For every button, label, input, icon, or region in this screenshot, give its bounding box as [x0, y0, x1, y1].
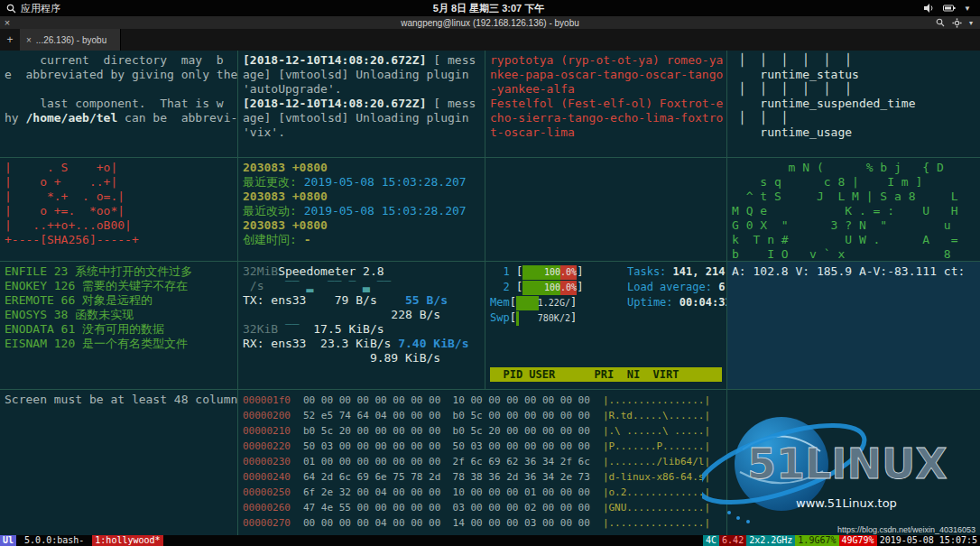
cpu2-meter: 100.0% — [522, 281, 577, 295]
phonetic-text: rypototya (ryp-ot-ot-ya) romeo-ya nkee-p… — [490, 53, 722, 140]
htop-column-header: PID USER PRI NI VIRT — [490, 367, 722, 382]
pane-runtime-tree[interactable]: │ │ │ │ │ │ runtime_status │ │ │ │ │ │ r… — [727, 51, 980, 158]
htop-cpu1-row: 1 [100.0%]Tasks: 141, 214 t — [490, 264, 722, 280]
blog-url: https://blog.csdn.net/weixin_40316053 — [837, 525, 975, 534]
stat-line: 创建时间: - — [243, 233, 480, 247]
randomart-text: | . S +o| | o + ..+| | *.+ . o=.| | o +=… — [5, 161, 233, 247]
pane-hexdump[interactable]: 000001f0 00000200 00000210 00000220 0000… — [238, 390, 727, 535]
hexdump-ascii: |................| |R.td.....\......| |.… — [603, 393, 710, 531]
pane-phonetic[interactable]: rypototya (ryp-ot-ot-ya) romeo-ya nkee-p… — [485, 51, 727, 158]
terminal-text: hy /home/aeb/tel can be abbrevi- — [5, 111, 233, 125]
speed-line: 228 B/s — [243, 308, 480, 322]
pane-man-page[interactable]: current directory may b e abbreviated by… — [0, 51, 238, 158]
htop-cpu2-row: 2 [100.0%]Load average: 6.4 — [490, 280, 722, 295]
byobu-logo-badge: Ul — [0, 535, 16, 546]
pane-ssh-randomart[interactable]: | . S +o| | o + ..+| | *.+ . o=.| | o +=… — [0, 158, 238, 262]
terminal-text: current directory may b — [5, 53, 233, 68]
cpu-freq-badge: 2x2.2GHz — [746, 535, 795, 546]
volume-icon[interactable] — [924, 4, 935, 13]
htop-swp-row: Swp[780K/2] — [490, 310, 722, 326]
hexdump: 000001f0 00000200 00000210 00000220 0000… — [243, 393, 722, 531]
battery-icon[interactable] — [943, 5, 956, 12]
tab-byobu[interactable]: × ...26.136) - byobu — [20, 29, 121, 51]
log-line: [2018-12-10T14:08:20.672Z] [ mess — [243, 53, 480, 68]
byobu-status-bar: Ul 5.0.0:bash- 1:hollywood* 4C 6.42 2x2.… — [0, 535, 980, 546]
speed-line: TX: ens33 79 B/s 55 B/s — [243, 293, 480, 308]
pane-empty[interactable] — [485, 158, 727, 262]
hexdump-bytes: 00 00 00 00 00 00 00 00 10 00 00 00 00 0… — [303, 393, 590, 531]
clock[interactable]: 5月 8日 星期三 3:07 下午 — [433, 2, 544, 15]
htop-mem-row: Mem[1.22G/]Uptime: 00:04:31 — [490, 295, 722, 310]
mem-meter: 1.22G/ — [516, 296, 570, 310]
status-clock: 2019-05-08 15:07:5 — [877, 535, 980, 546]
terminal-screen[interactable]: current directory may b e abbreviated by… — [0, 51, 980, 535]
log-line: age] [vmtoolsd] Unloading plugin — [243, 68, 480, 82]
pane-errno-list[interactable]: ENFILE 23 系统中打开的文件过多 ENOKEY 126 需要的关键字不存… — [0, 262, 238, 390]
speed-line: 32MiBSpeedometer 2.8 — [243, 264, 480, 279]
search-icon[interactable] — [6, 4, 16, 14]
menu-chevron-icon[interactable]: ▾ — [969, 19, 973, 27]
stat-line: 203083 +0800 — [243, 218, 480, 233]
window-title-bar: × wangpeng@linux (192.168.126.136) - byo… — [0, 16, 980, 29]
speed-line: 9.89 KiB/s — [243, 351, 480, 366]
current-window-label[interactable]: 1:hollywood* — [92, 535, 162, 546]
hexdump-addresses: 000001f0 00000200 00000210 00000220 0000… — [243, 393, 291, 531]
pane-screen-message[interactable]: Screen must be at least 48 column — [0, 390, 238, 535]
pane-htop[interactable]: 1 [100.0%]Tasks: 141, 214 t 2 [100.0%]Lo… — [485, 262, 727, 390]
cpu1-meter: 100.0% — [522, 265, 577, 280]
errno-text: ENFILE 23 系统中打开的文件过多 ENOKEY 126 需要的关键字不存… — [5, 264, 233, 351]
disk-badge: 49G79% — [839, 535, 877, 546]
log-line: [2018-12-10T14:08:20.672Z] [ mess — [243, 97, 480, 111]
gear-icon[interactable] — [952, 18, 962, 28]
speed-line: /s ‾‾ ▂ ‾‾ ‾ ▃ ‾‾ — [243, 279, 480, 293]
screen-message-text: Screen must be at least 48 column — [5, 393, 233, 407]
terminal-search-icon[interactable] — [936, 18, 945, 27]
log-line: 'vix'. — [243, 125, 480, 140]
pane-stat-output[interactable]: 203083 +0800 最近更改: 2019-05-08 15:03:28.2… — [238, 158, 485, 262]
stat-line: 203083 +0800 — [243, 190, 480, 204]
stat-line: 203083 +0800 — [243, 161, 480, 175]
log-line: 'autoUpgrade'. — [243, 82, 480, 97]
terminal-text: last component. That is w — [5, 97, 233, 111]
applications-menu[interactable]: 应用程序 — [21, 2, 60, 15]
chevron-down-icon[interactable]: ▼ — [964, 5, 971, 13]
load-badge: 6.42 — [719, 535, 746, 546]
tab-label: ...26.136) - byobu — [36, 35, 106, 45]
pane-vmtoolsd-log[interactable]: [2018-12-10T14:08:20.672Z] [ mess age] [… — [238, 51, 485, 158]
cmatrix-text: m N ( % b j { D s q c 8 | I m ] ^ t S J … — [732, 161, 975, 262]
tab-bar: + × ...26.136) - byobu — [0, 29, 980, 51]
window-title: wangpeng@linux (192.168.126.136) - byobu — [0, 18, 980, 28]
new-tab-button[interactable]: + — [0, 29, 20, 51]
runtime-tree-text: │ │ │ │ │ │ runtime_status │ │ │ │ │ │ r… — [732, 53, 975, 140]
speed-line: 32KiB ‾‾ 17.5 KiB/s — [243, 322, 480, 337]
stat-line: 最近更改: 2019-05-08 15:03:28.207 — [243, 175, 480, 190]
pane-av-stats[interactable]: A: 102.8 V: 185.9 A-V:-83.111 ct: — [727, 262, 980, 390]
pane-empty-bottom-right[interactable] — [727, 390, 980, 535]
terminal-text: e abbreviated by giving only the — [5, 68, 233, 82]
speed-line: RX: ens33 23.3 KiB/s 7.40 KiB/s — [243, 337, 480, 351]
stat-line: 最近改动: 2019-05-08 15:03:28.207 — [243, 204, 480, 218]
av-stats-text: A: 102.8 V: 185.9 A-V:-83.111 ct: — [732, 264, 975, 279]
log-line: age] [vmtoolsd] Unloading plugin — [243, 111, 480, 125]
pane-speedometer[interactable]: 32MiBSpeedometer 2.8 /s ‾‾ ▂ ‾‾ ‾ ▃ ‾‾ T… — [238, 262, 485, 390]
swp-meter: 780K/2 — [516, 311, 570, 326]
session-label: 5.0.0:bash- — [16, 535, 92, 546]
pane-cmatrix[interactable]: m N ( % b j { D s q c 8 | I m ] ^ t S J … — [727, 158, 980, 262]
gnome-top-bar: 应用程序 5月 8日 星期三 3:07 下午 ▼ — [0, 0, 980, 16]
memory-badge: 1.9G67% — [795, 535, 838, 546]
window-close-button[interactable]: × — [0, 17, 14, 28]
cpu-count-badge: 4C — [703, 535, 719, 546]
tab-close-icon[interactable]: × — [26, 35, 32, 45]
